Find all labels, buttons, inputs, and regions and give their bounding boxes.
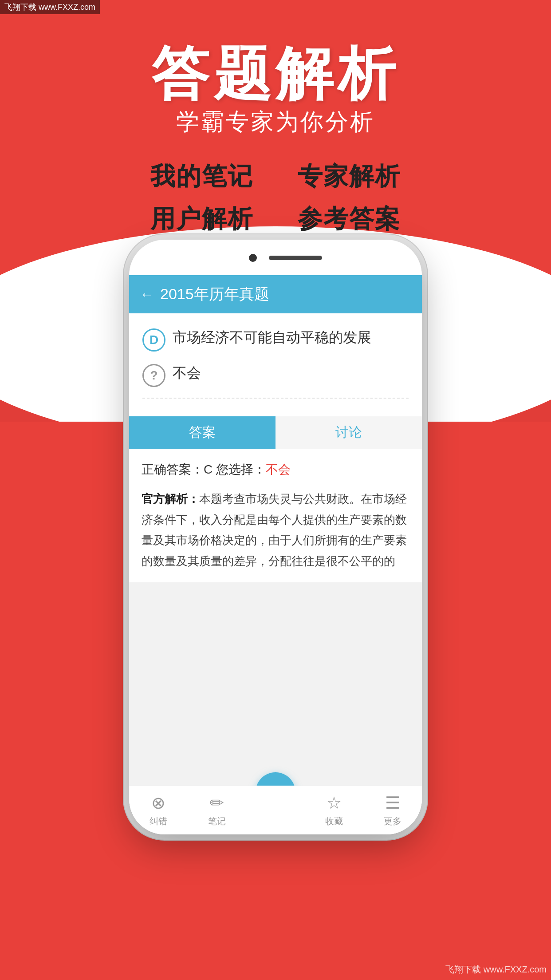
user-choice-text: 不会 bbox=[266, 462, 291, 476]
score-label: 成绩 bbox=[267, 815, 284, 827]
option-d-text: 市场经济不可能自动平稳的发展 bbox=[173, 327, 409, 348]
option-q-text: 不会 bbox=[173, 362, 409, 383]
features-grid: 我的笔记 专家解析 用户解析 参考答案 bbox=[0, 160, 551, 236]
score-icon: ✓ bbox=[268, 793, 283, 813]
option-d-badge: D bbox=[142, 328, 165, 352]
phone-screen: ← 2015年历年真题 D 市场经济不可能自动平稳的发展 ? 不会 答 bbox=[129, 275, 422, 834]
feature-my-notes: 我的笔记 bbox=[150, 160, 253, 194]
feature-user-analysis: 用户解析 bbox=[150, 202, 253, 236]
option-q-badge: ? bbox=[142, 364, 165, 387]
question-divider bbox=[142, 398, 409, 399]
hero-title: 答题解析 bbox=[0, 36, 551, 114]
option-d-row: D 市场经济不可能自动平稳的发展 bbox=[142, 327, 409, 352]
nav-item-notes[interactable]: ✏ 笔记 bbox=[188, 793, 246, 827]
tab-answer[interactable]: 答案 bbox=[129, 416, 276, 449]
question-area: D 市场经济不可能自动平稳的发展 ? 不会 bbox=[129, 313, 422, 416]
features-row-2: 用户解析 参考答案 bbox=[150, 202, 401, 236]
nav-item-correct[interactable]: ⊗ 纠错 bbox=[129, 793, 188, 827]
tab-bar: 答案 讨论 bbox=[129, 416, 422, 449]
phone-frame: ← 2015年历年真题 D 市场经济不可能自动平稳的发展 ? 不会 答 bbox=[129, 240, 422, 834]
features-row-1: 我的笔记 专家解析 bbox=[150, 160, 401, 194]
analysis-prefix: 官方解析： bbox=[142, 492, 199, 506]
option-q-row: ? 不会 bbox=[142, 362, 409, 387]
back-button[interactable]: ← bbox=[140, 286, 154, 303]
phone-section: ← 2015年历年真题 D 市场经济不可能自动平稳的发展 ? 不会 答 bbox=[129, 240, 422, 834]
phone-camera bbox=[249, 254, 257, 262]
correct-answer-prefix: 正确答案：C 您选择： bbox=[142, 462, 266, 476]
feature-reference-answer: 参考答案 bbox=[298, 202, 401, 236]
correct-answer-row: 正确答案：C 您选择：不会 bbox=[142, 460, 409, 480]
analysis-text: 官方解析：本题考查市场失灵与公共财政。在市场经济条件下，收入分配是由每个人提供的… bbox=[142, 489, 409, 572]
header-title: 2015年历年真题 bbox=[160, 284, 269, 304]
hero-subtitle: 学霸专家为你分析 bbox=[0, 107, 551, 138]
phone-speaker bbox=[269, 256, 322, 260]
more-icon: ☰ bbox=[385, 793, 400, 813]
collect-label: 收藏 bbox=[325, 815, 343, 827]
correct-icon: ⊗ bbox=[151, 793, 165, 813]
answer-content: 正确答案：C 您选择：不会 官方解析：本题考查市场失灵与公共财政。在市场经济条件… bbox=[129, 449, 422, 582]
app-header: ← 2015年历年真题 bbox=[129, 275, 422, 313]
nav-item-more[interactable]: ☰ 更多 bbox=[363, 793, 422, 827]
more-label: 更多 bbox=[384, 815, 401, 827]
nav-item-collect[interactable]: ☆ 收藏 bbox=[305, 793, 363, 827]
watermark-top: 飞翔下载 www.FXXZ.com bbox=[0, 0, 100, 14]
correct-label: 纠错 bbox=[150, 815, 167, 827]
tab-discussion[interactable]: 讨论 bbox=[276, 416, 422, 449]
bottom-nav: ⊗ 纠错 ✏ 笔记 ✓ 成绩 ☆ 收藏 ☰ 更多 bbox=[129, 786, 422, 834]
collect-icon: ☆ bbox=[327, 793, 342, 813]
notes-icon: ✏ bbox=[210, 793, 224, 813]
watermark-bottom: 飞翔下载 www.FXXZ.com bbox=[445, 964, 547, 976]
feature-expert-analysis: 专家解析 bbox=[298, 160, 401, 194]
notes-label: 笔记 bbox=[208, 815, 226, 827]
